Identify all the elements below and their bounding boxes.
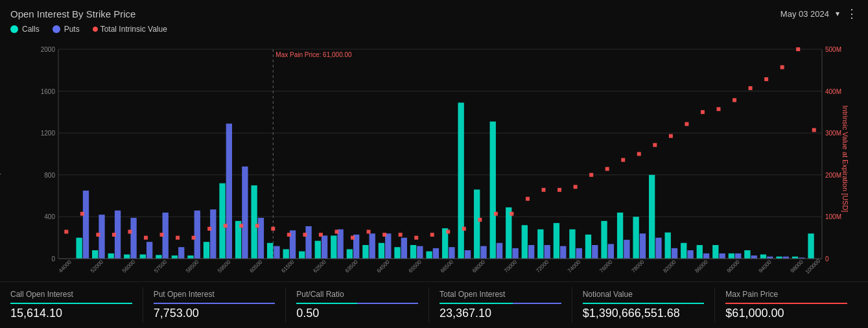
svg-rect-154: [319, 233, 323, 237]
svg-rect-136: [808, 233, 814, 259]
svg-text:Max Pain Price: 61,000.00: Max Pain Price: 61,000.00: [276, 51, 352, 58]
svg-rect-87: [497, 243, 502, 259]
puts-dot-icon: [53, 25, 60, 33]
svg-rect-37: [178, 247, 184, 259]
svg-rect-149: [239, 224, 243, 228]
header: Open Interest By Strike Price May 03 202…: [0, 0, 868, 23]
svg-text:59500: 59500: [217, 259, 232, 274]
legend-calls: Calls: [10, 25, 40, 34]
notional-value: $1,390,666,551.68: [583, 307, 705, 320]
call-oi-value: 15,614.10: [10, 307, 132, 320]
calls-label: Calls: [22, 25, 40, 34]
chart-svg: 04008001200160020000100M200M300M400M500M…: [32, 36, 858, 281]
svg-rect-159: [399, 233, 403, 237]
svg-rect-86: [490, 121, 496, 259]
put-call-ratio-label: Put/Call Ratio: [296, 290, 418, 299]
legend-intrinsic: Total Intrinsic Value: [93, 25, 167, 34]
svg-rect-68: [379, 243, 384, 259]
svg-rect-170: [574, 185, 578, 189]
svg-rect-102: [592, 245, 598, 259]
total-oi-label: Total Open Interest: [440, 290, 561, 299]
svg-rect-147: [207, 227, 211, 231]
chevron-down-icon[interactable]: ▾: [836, 9, 839, 18]
svg-rect-108: [633, 217, 639, 259]
intrinsic-dot-icon: [93, 27, 98, 32]
svg-rect-97: [560, 246, 566, 259]
svg-rect-161: [430, 233, 434, 237]
svg-rect-51: [267, 243, 273, 259]
svg-rect-145: [176, 236, 180, 240]
svg-rect-116: [681, 243, 686, 259]
max-pain-underline: [725, 303, 847, 304]
svg-rect-28: [124, 255, 130, 259]
svg-rect-33: [156, 255, 161, 259]
svg-rect-99: [576, 248, 582, 259]
svg-text:76000: 76000: [598, 259, 614, 274]
svg-text:90000: 90000: [725, 259, 741, 274]
svg-rect-66: [362, 245, 368, 259]
svg-rect-151: [271, 227, 275, 231]
put-oi-label: Put Open Interest: [154, 290, 276, 299]
svg-text:70000: 70000: [502, 259, 518, 274]
svg-rect-42: [210, 209, 216, 259]
svg-rect-59: [322, 235, 327, 259]
put-call-ratio-underline: [296, 303, 418, 304]
svg-rect-112: [655, 238, 661, 259]
more-options-icon[interactable]: ⋮: [846, 6, 858, 21]
svg-text:400: 400: [44, 213, 55, 220]
svg-text:66500: 66500: [439, 259, 454, 274]
svg-rect-44: [226, 124, 232, 259]
svg-text:200M: 200M: [825, 172, 841, 179]
svg-text:1200: 1200: [41, 130, 56, 137]
stat-put-oi: Put Open Interest 7,753.00: [143, 287, 287, 323]
svg-rect-185: [812, 128, 816, 132]
svg-rect-158: [382, 233, 386, 237]
svg-rect-124: [735, 253, 741, 259]
notional-label: Notional Value: [583, 290, 705, 299]
svg-rect-123: [729, 253, 734, 259]
svg-rect-169: [557, 188, 561, 192]
total-oi-value: 23,367.10: [440, 307, 561, 320]
svg-rect-162: [446, 229, 450, 233]
svg-text:56000: 56000: [121, 259, 136, 274]
svg-text:52000: 52000: [89, 259, 104, 274]
svg-rect-57: [305, 226, 311, 259]
svg-rect-142: [128, 229, 132, 233]
svg-rect-32: [147, 242, 152, 259]
svg-rect-47: [242, 167, 248, 259]
svg-rect-127: [751, 255, 757, 259]
svg-text:72000: 72000: [535, 259, 550, 274]
puts-label: Puts: [64, 25, 80, 34]
intrinsic-label: Total Intrinsic Value: [100, 25, 167, 34]
main-container: Open Interest By Strike Price May 03 202…: [0, 0, 868, 328]
svg-rect-166: [510, 212, 513, 216]
svg-rect-184: [796, 47, 800, 51]
svg-text:1600: 1600: [41, 88, 56, 95]
svg-rect-36: [172, 255, 178, 259]
svg-text:62500: 62500: [312, 259, 327, 274]
svg-rect-180: [733, 98, 736, 102]
svg-rect-43: [219, 183, 225, 259]
svg-rect-67: [369, 233, 375, 259]
svg-rect-48: [251, 185, 257, 259]
svg-rect-178: [701, 110, 705, 114]
svg-rect-22: [83, 191, 89, 259]
svg-rect-69: [385, 233, 391, 259]
svg-rect-177: [685, 122, 688, 126]
header-date: May 03 2024: [780, 9, 829, 19]
svg-rect-167: [526, 197, 530, 201]
svg-rect-114: [672, 248, 677, 259]
svg-rect-77: [433, 248, 439, 259]
calls-dot-icon: [10, 25, 18, 33]
svg-rect-113: [665, 233, 671, 259]
svg-rect-152: [287, 233, 291, 237]
svg-text:60500: 60500: [248, 259, 264, 274]
svg-rect-41: [204, 242, 209, 259]
svg-text:400M: 400M: [825, 88, 841, 95]
svg-rect-83: [474, 189, 480, 259]
svg-text:63500: 63500: [344, 259, 359, 274]
legend: Calls Puts Total Intrinsic Value: [0, 23, 868, 36]
put-call-ratio-value: 0.50: [296, 307, 418, 320]
svg-rect-182: [764, 77, 768, 81]
svg-text:58500: 58500: [185, 259, 200, 274]
